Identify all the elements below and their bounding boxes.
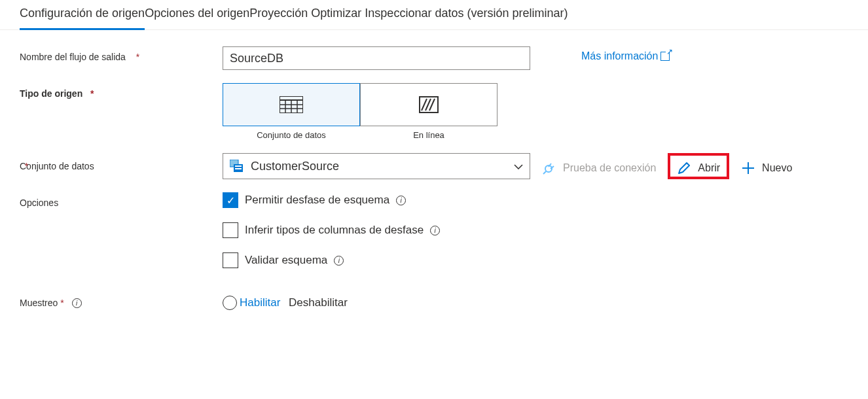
label-options: Opciones [20, 192, 223, 208]
plug-icon [542, 161, 556, 175]
tab-projection[interactable]: Proyección [249, 0, 308, 30]
open-button-highlight: Abrir [668, 153, 729, 179]
label-sampling-text: Muestreo [20, 298, 58, 308]
dataset-selected-text: CustomerSource [251, 160, 339, 173]
checkbox-label: Inferir tipos de columnas de desfase [245, 224, 424, 237]
checkbox-infer-drifted-types[interactable]: Inferir tipos de columnas de desfase [223, 222, 440, 238]
info-icon[interactable] [334, 256, 344, 266]
more-info-link[interactable]: Más información [581, 46, 670, 62]
content-area: Nombre del flujo de salida * Más informa… [0, 30, 868, 339]
row-sampling: Muestreo* Habilitar Deshabilitar [20, 296, 848, 310]
required-marker: * [60, 298, 63, 308]
open-button[interactable]: Abrir [677, 157, 720, 175]
tab-inspect[interactable]: Inspeccionar [365, 0, 431, 30]
more-info-text: Más información [581, 50, 658, 62]
checkbox-validate-schema[interactable]: Validar esquema [223, 252, 440, 268]
svg-line-18 [543, 171, 546, 174]
label-source-type: Tipo de origen * [20, 83, 223, 99]
radio-enable[interactable] [223, 296, 237, 310]
label-output-stream-text: Nombre del flujo de salida [20, 52, 126, 62]
inline-icon [419, 96, 439, 113]
test-connection-button[interactable]: Prueba de conexión [542, 157, 656, 175]
checkbox-label: Validar esquema [245, 254, 327, 267]
svg-rect-14 [235, 168, 242, 169]
tab-source-settings[interactable]: Configuración de origen [20, 0, 145, 30]
source-type-inline-caption: En línea [413, 130, 444, 140]
open-text: Abrir [698, 162, 720, 174]
tab-data-preview-label: datos (versión preliminar) [435, 7, 568, 20]
options-stack: Permitir desfase de esquema Inferir tipo… [223, 192, 440, 283]
chevron-down-icon [514, 161, 523, 171]
required-marker: * [136, 52, 139, 62]
source-type-inline-option[interactable] [360, 83, 497, 126]
dataset-dropdown[interactable]: CustomerSource [223, 153, 530, 179]
label-sampling: Muestreo* [20, 298, 223, 308]
output-stream-input[interactable] [223, 46, 530, 70]
label-source-type-text: Tipo de origen [20, 88, 82, 99]
checkbox-box[interactable] [223, 222, 238, 238]
pencil-icon [677, 161, 691, 175]
info-icon[interactable] [430, 226, 440, 235]
checkbox-allow-schema-drift[interactable]: Permitir desfase de esquema [223, 192, 440, 208]
tab-source-options[interactable]: Opciones del origen [145, 0, 249, 30]
row-dataset: Conjunto de datos * CustomerSource [20, 153, 848, 179]
dataset-item-icon [230, 160, 244, 173]
required-marker: * [90, 88, 94, 99]
toggle-wrap-dataset: Conjunto de datos [223, 83, 360, 140]
row-options: Opciones Permitir desfase de esquema Inf… [20, 192, 848, 283]
checkbox-box[interactable] [223, 192, 238, 208]
dataset-grid-icon [280, 96, 303, 113]
tab-data-preview[interactable]: datos (versión preliminar) [431, 0, 568, 30]
external-link-icon [660, 52, 670, 61]
checkbox-box[interactable] [223, 252, 238, 268]
info-icon[interactable] [396, 196, 406, 205]
svg-rect-13 [235, 165, 242, 167]
row-output-stream: Nombre del flujo de salida * Más informa… [20, 46, 848, 70]
plus-icon [741, 161, 755, 175]
new-text: Nuevo [762, 162, 792, 174]
new-button[interactable]: Nuevo [741, 157, 792, 175]
toggle-wrap-inline: En línea [360, 83, 497, 140]
required-marker: * [25, 161, 28, 171]
field-output-stream: Más información [223, 46, 670, 70]
row-source-type: Tipo de origen * [20, 83, 848, 140]
field-dataset: CustomerSource Prueba de conexión [223, 153, 792, 179]
info-icon[interactable] [72, 298, 82, 308]
radio-enable-label: Habilitar [240, 296, 280, 309]
source-type-dataset-caption: Conjunto de datos [257, 130, 326, 140]
label-dataset-text: Conjunto de datos [20, 161, 94, 171]
label-dataset: Conjunto de datos * [20, 161, 223, 171]
tab-optimize-label: Optimizar [311, 7, 361, 20]
tab-optimize[interactable]: Optimizar [308, 0, 365, 30]
label-output-stream: Nombre del flujo de salida * [20, 46, 223, 62]
tab-bar: Configuración de origen Opciones del ori… [0, 0, 868, 30]
radio-disable-label: Deshabilitar [289, 296, 348, 309]
sampling-radio-group: Habilitar Deshabilitar [223, 296, 348, 310]
field-source-type: Conjunto de datos En línea [223, 83, 497, 140]
source-type-dataset-option[interactable] [223, 83, 360, 126]
checkbox-label: Permitir desfase de esquema [245, 194, 389, 207]
test-connection-text: Prueba de conexión [563, 162, 656, 174]
